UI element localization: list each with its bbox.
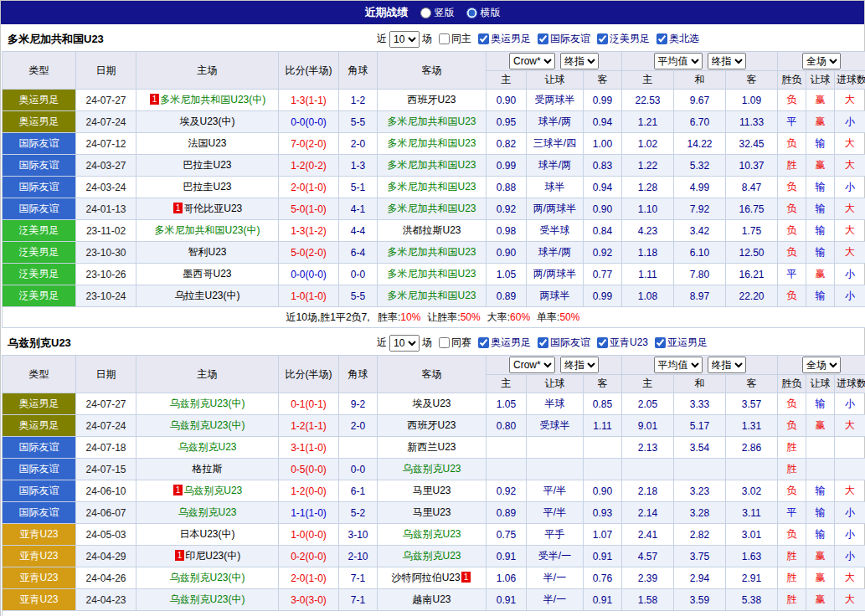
odds-cell: 0.88	[487, 177, 527, 198]
league-filter-3[interactable]: 亚青U23	[593, 336, 648, 350]
horizontal-radio[interactable]	[466, 8, 477, 18]
handicap-result-cell: 输	[806, 242, 835, 264]
same-filter-checkbox[interactable]	[439, 337, 450, 348]
league-type-cell: 泛美男足	[3, 220, 76, 242]
avg-odds-cell: 3.59	[674, 589, 726, 611]
same-filter[interactable]: 同赛	[435, 336, 471, 350]
away-team-cell: 越南U23	[378, 589, 487, 611]
home-team-cell: 乌拉圭U23(中)	[136, 285, 279, 307]
score-cell: 3-0(3-0)	[279, 589, 339, 611]
corner-cell	[339, 437, 378, 459]
team-label: 乌兹别克U23	[402, 463, 461, 475]
full-match-select[interactable]: 全场	[802, 357, 841, 373]
column-header: 日期	[76, 52, 136, 90]
league-checkbox[interactable]	[538, 337, 548, 348]
league-filter-1[interactable]: 奥运男足	[474, 336, 531, 350]
league-filter-4[interactable]: 亚运男足	[651, 336, 708, 350]
full-match-select[interactable]: 全场	[802, 53, 841, 69]
league-type-cell: 泛美男足	[3, 242, 76, 264]
odds-stage-select[interactable]: 终指	[560, 357, 599, 373]
avg-odds-cell: 1.58	[622, 589, 674, 611]
avg-odds-cell: 4.99	[674, 177, 726, 198]
home-team-cell: 1多米尼加共和国U23(中)	[136, 90, 279, 111]
handicap-result-cell: 输	[806, 524, 835, 546]
layout-horizontal-option[interactable]: 横版	[466, 6, 501, 20]
team-label: 乌兹别克U23	[178, 506, 236, 518]
avg-odds-cell: 3.57	[726, 393, 778, 415]
team-label: 新西兰U23	[407, 441, 456, 453]
avg-odds-cell: 3.42	[674, 220, 726, 242]
topbar: 近期战绩 竖版 横版	[1, 1, 864, 24]
score-cell: 7-0(2-0)	[279, 133, 339, 155]
avg-odds-cell: 2.41	[622, 524, 674, 546]
league-filter-2[interactable]: 国际友谊	[533, 336, 590, 350]
same-filter[interactable]: 同主	[435, 32, 471, 46]
league-checkbox[interactable]	[478, 33, 489, 44]
team-label: 乌兹别克U23(中)	[169, 419, 245, 431]
stat-value: 10%	[400, 311, 420, 323]
score-cell: 0-2(0-0)	[279, 546, 339, 567]
corner-cell: 7-1	[339, 567, 378, 589]
league-type-cell: 泛美男足	[3, 264, 76, 285]
home-team-cell: 格拉斯	[136, 459, 279, 480]
away-team-cell: 洪都拉斯U23	[378, 220, 487, 242]
avg-stage-select[interactable]: 终指	[708, 53, 746, 69]
league-filter-4[interactable]: 奥北选	[652, 32, 699, 46]
score-cell: 1-2(0-0)	[279, 480, 339, 502]
result-cell: 负	[778, 524, 806, 546]
odds-company-select[interactable]: Crow*	[509, 357, 555, 373]
avg-odds-cell: 1.75	[726, 220, 778, 242]
score-cell: 3-1(1-0)	[279, 437, 339, 459]
league-checkbox[interactable]	[538, 33, 548, 44]
odds-cell: 受半球	[527, 220, 584, 242]
avg-source-select[interactable]: 平均值	[654, 357, 703, 373]
result-cell: 负	[778, 133, 806, 155]
recent-count-select[interactable]: 10	[389, 31, 420, 48]
odds-cell: 0.82	[487, 133, 527, 155]
match-row: 国际友谊24-07-18乌兹别克U233-1(1-0)新西兰U232.133.5…	[3, 437, 865, 459]
goals-result-cell: 小	[835, 524, 865, 546]
goals-result-cell: 小	[835, 264, 865, 285]
league-filter-3[interactable]: 泛美男足	[593, 32, 650, 46]
goals-result-cell: 小	[835, 285, 865, 307]
odds-cell: 球半/两	[527, 242, 584, 264]
layout-vertical-option[interactable]: 竖版	[420, 6, 455, 20]
vertical-radio[interactable]	[420, 8, 431, 18]
league-filter-2[interactable]: 国际友谊	[533, 32, 590, 46]
handicap-result-cell: 输	[806, 133, 835, 155]
goals-result-cell: 小	[835, 111, 865, 133]
odds-cell: 0.91	[584, 546, 622, 567]
avg-odds-cell: 2.18	[622, 480, 674, 502]
avg-stage-select[interactable]: 终指	[708, 357, 746, 373]
odds-stage-select[interactable]: 终指	[560, 53, 599, 69]
odds-cell: 0.91	[487, 589, 527, 611]
sub-column-header: 主	[622, 71, 674, 90]
match-date: 24-04-29	[76, 546, 136, 567]
league-checkbox[interactable]	[656, 33, 667, 44]
league-checkbox[interactable]	[478, 337, 489, 348]
odds-cell: 0.99	[584, 285, 622, 307]
match-row: 泛美男足23-10-26墨西哥U230-0(0-0)0-0多米尼加共和国U231…	[3, 264, 865, 285]
league-type-cell: 国际友谊	[3, 437, 76, 459]
league-checkbox[interactable]	[597, 337, 608, 348]
near-label: 近	[377, 32, 387, 46]
page-title: 近期战绩	[365, 5, 409, 20]
odds-company-select[interactable]: Crow*	[509, 53, 555, 69]
avg-source-select[interactable]: 平均值	[654, 53, 703, 69]
match-row: 国际友谊24-07-12法国U237-0(2-0)2-0多米尼加共和国U230.…	[3, 133, 865, 155]
recent-count-select[interactable]: 10	[389, 335, 420, 352]
avg-odds-cell: 1.11	[622, 264, 674, 285]
result-cell: 胜	[778, 589, 806, 611]
result-cell: 负	[778, 198, 806, 220]
same-filter-checkbox[interactable]	[439, 33, 450, 44]
result-cell: 胜	[778, 155, 806, 177]
league-checkbox[interactable]	[655, 337, 666, 348]
match-row: 国际友谊24-06-07乌兹别克U231-1(1-0)5-2马里U230.89平…	[3, 502, 865, 524]
handicap-result-cell: 赢	[806, 90, 835, 111]
team-label: 马里U23	[412, 506, 451, 518]
league-checkbox[interactable]	[597, 33, 608, 44]
column-header: 类型	[3, 52, 76, 90]
league-filter-1[interactable]: 奥运男足	[474, 32, 531, 46]
handicap-result-cell: 输	[806, 220, 835, 242]
league-type-cell: 亚青U23	[3, 567, 76, 589]
